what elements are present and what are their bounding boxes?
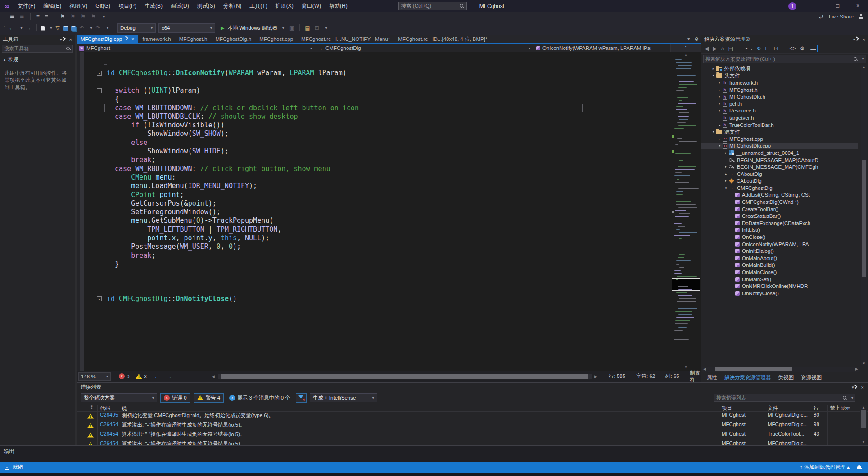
scroll-right-icon[interactable]: ▶: [594, 374, 597, 379]
source-filter-dropdown[interactable]: 生成 + IntelliSense▾: [310, 393, 377, 402]
save-icon[interactable]: [63, 26, 68, 31]
tree-item[interactable]: OnInitDialog(): [701, 247, 858, 255]
status-col-number[interactable]: 列: 65: [665, 373, 679, 380]
chevron-collapsed-icon[interactable]: ▸: [717, 109, 723, 112]
tree-item[interactable]: CMFCghostDlg(CWnd *): [701, 198, 858, 206]
selection-margin[interactable]: [80, 52, 84, 371]
scrollbar-thumb[interactable]: [861, 410, 866, 428]
find-in-files-icon[interactable]: ▤: [304, 25, 311, 31]
menu-item[interactable]: 生成(B): [140, 0, 167, 12]
filter-button[interactable]: [296, 393, 307, 403]
close-icon[interactable]: ×: [861, 385, 864, 390]
scroll-down-icon[interactable]: ▼: [860, 440, 867, 444]
error-count[interactable]: 0: [127, 374, 129, 379]
tree-item[interactable]: ▸BEGIN_MESSAGE_MAP(CMFCgh: [701, 163, 858, 171]
column-header-line[interactable]: 行: [814, 405, 819, 412]
editor-tab[interactable]: MFCghostDlg.h: [211, 35, 255, 43]
toolbox-header[interactable]: 工具箱 ▾ ×: [0, 35, 75, 44]
tree-item[interactable]: DoDataExchange(CDataExch: [701, 220, 858, 227]
notification-badge[interactable]: 1: [788, 2, 796, 10]
chevron-collapsed-icon[interactable]: ▸: [717, 95, 723, 99]
properties-icon[interactable]: ⊡: [773, 45, 778, 52]
fold-collapse-icon[interactable]: -: [97, 296, 102, 301]
code-line[interactable]: point.x, point.y, this, NULL);: [107, 234, 269, 242]
editor-options-gear-icon[interactable]: ⚙: [694, 36, 699, 42]
split-window-button[interactable]: ÷: [671, 44, 701, 52]
menu-item[interactable]: 窗口(W): [298, 0, 325, 12]
error-code-link[interactable]: C26454: [100, 422, 118, 427]
tree-item[interactable]: ▾源文件: [701, 128, 858, 135]
code-line[interactable]: else: [107, 139, 147, 147]
navigate-backward-icon[interactable]: ←: [8, 25, 15, 31]
code-line[interactable]: id CMFCghostDlg::OnNotifyClose(): [107, 295, 237, 303]
status-line-number[interactable]: 行: 585: [609, 373, 625, 380]
list-members-icon[interactable]: ≡: [36, 13, 41, 20]
undo-icon[interactable]: ↶: [79, 25, 85, 31]
active-files-dropdown-icon[interactable]: ▼: [687, 37, 691, 41]
indicator-margin[interactable]: [77, 52, 80, 371]
background-tasks-icon[interactable]: [5, 465, 9, 470]
code-line[interactable]: break;: [107, 251, 155, 260]
zoom-level-dropdown[interactable]: 146 %▾: [78, 372, 111, 381]
menu-item[interactable]: Git(G): [91, 0, 114, 12]
pending-changes-filter-icon[interactable]: ◔▾: [745, 45, 752, 52]
tree-item[interactable]: CreateToolBar(): [701, 206, 858, 213]
preview-selected-items-icon[interactable]: ▬: [809, 45, 818, 52]
tree-item[interactable]: ▸→CAboutDlg: [701, 171, 858, 178]
code-line[interactable]: {: [107, 95, 119, 103]
tree-item[interactable]: CreatStatusBar(): [701, 212, 858, 220]
code-line[interactable]: case WM_LBUTTONDBLCLK: // should show de…: [107, 112, 298, 121]
tree-item[interactable]: ▸__unnamed_struct_0004_1: [701, 149, 858, 157]
code-line[interactable]: ShowWindow(SW_SHOW);: [107, 130, 229, 138]
chevron-collapsed-icon[interactable]: ▸: [717, 88, 723, 92]
menu-item[interactable]: 项目(P): [114, 0, 140, 12]
chevron-collapsed-icon[interactable]: ▸: [717, 102, 723, 106]
refresh-icon[interactable]: ↻: [756, 45, 761, 52]
chevron-expanded-icon[interactable]: ▾: [710, 74, 716, 77]
breadcrumb-project-dropdown[interactable]: ⌘ MFCghost ▾: [77, 44, 315, 52]
prev-bookmark-icon[interactable]: ⚑: [69, 13, 76, 20]
undo-dropdown-icon[interactable]: ▾: [90, 26, 92, 30]
messages-toggle-button[interactable]: i 展示 3 个消息中的 0 个: [227, 395, 293, 401]
redo-dropdown-icon[interactable]: ▾: [107, 26, 108, 30]
next-issue-icon[interactable]: →: [166, 373, 172, 380]
save-all-icon[interactable]: [71, 26, 76, 31]
output-panel-title[interactable]: 输出: [4, 448, 14, 454]
code-line[interactable]: switch ((UINT)lParam): [107, 86, 200, 95]
column-header-code[interactable]: 代码: [100, 405, 110, 412]
scroll-up-icon[interactable]: ▲: [672, 53, 700, 57]
bookmark-icon[interactable]: ⚑: [59, 13, 66, 20]
column-header-file[interactable]: 文件: [768, 405, 778, 412]
severity-column-icon[interactable]: ❢: [90, 405, 94, 409]
tree-item[interactable]: ▾MFCghostDlg.cpp: [701, 143, 858, 150]
status-tabs-mode[interactable]: 制表符: [690, 370, 701, 383]
chevron-collapsed-icon[interactable]: ▸: [717, 137, 723, 141]
scroll-left-icon[interactable]: ◀: [212, 374, 215, 379]
tree-item[interactable]: OnMainSet(): [701, 276, 858, 283]
error-row[interactable]: C26454算术溢出: "-"操作在编译时生成负的无符号结果(io.5)。MFC…: [77, 431, 868, 440]
editor-tab[interactable]: MFCghost.rc - ID...[48x48, 4 位, BMP]*: [394, 35, 491, 43]
error-code-link[interactable]: C26454: [100, 431, 118, 436]
toolbox-search-input[interactable]: 搜索工具箱: [2, 45, 73, 53]
error-row[interactable]: C26454算术溢出: "-"操作在编译时生成负的无符号结果(io.5)。MFC…: [77, 421, 868, 431]
menu-item[interactable]: 视图(V): [65, 0, 91, 12]
code-line[interactable]: case WM_RBUTTONDOWN: // click right butt…: [107, 165, 330, 173]
navigate-backward-dropdown-icon[interactable]: ▾: [21, 26, 23, 30]
pin-icon[interactable]: [855, 37, 859, 42]
chevron-expanded-icon[interactable]: ▾: [710, 130, 716, 134]
new-file-dropdown-icon[interactable]: ▾: [50, 26, 52, 30]
tree-item[interactable]: ▸framework.h: [701, 79, 858, 86]
solution-configuration-dropdown[interactable]: Debug▾: [117, 23, 156, 33]
scrollbar-thumb[interactable]: [221, 374, 588, 379]
toolbar-grip[interactable]: ⁞: [4, 26, 5, 30]
tree-item[interactable]: OnMainAbout(): [701, 255, 858, 262]
navigate-forward-icon[interactable]: →: [25, 25, 32, 31]
error-code-link[interactable]: C26495: [100, 412, 118, 418]
home-icon[interactable]: ⌂: [721, 45, 724, 52]
column-header-project[interactable]: 项目: [722, 405, 732, 412]
code-line[interactable]: if (!IsWindowVisible()): [107, 121, 225, 130]
minimize-button[interactable]: ─: [807, 0, 827, 12]
menu-item[interactable]: 工具(T): [245, 0, 271, 12]
warning-count-icon[interactable]: [136, 374, 142, 379]
fold-collapse-icon[interactable]: -: [97, 71, 102, 76]
